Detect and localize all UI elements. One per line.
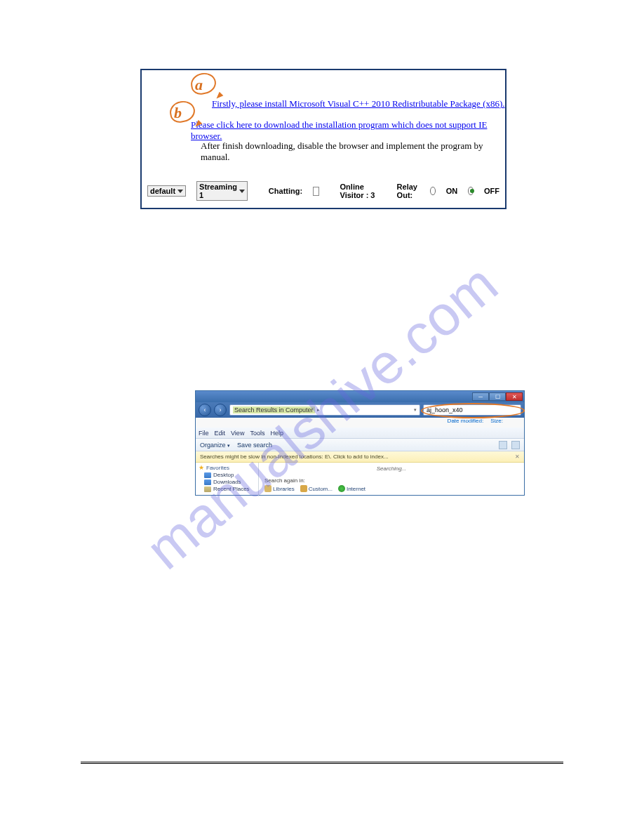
nav-back-button[interactable]: ‹ bbox=[199, 404, 211, 416]
chevron-right-icon: ▸ bbox=[317, 407, 320, 413]
radio-off[interactable] bbox=[468, 187, 474, 195]
window-titlebar: ─ ☐ ✕ bbox=[196, 391, 524, 402]
menu-edit[interactable]: Edit bbox=[215, 430, 226, 437]
menu-bar: File Edit View Tools Help bbox=[196, 428, 524, 439]
view-icon[interactable] bbox=[499, 441, 507, 449]
chevron-down-icon: ▾ bbox=[227, 443, 230, 448]
filter-size[interactable]: Size: bbox=[490, 418, 503, 428]
relay-out-label: Relay Out: bbox=[397, 183, 420, 199]
annotation-b-letter: b bbox=[174, 104, 182, 122]
search-filter-row: Date modified: Size: bbox=[196, 418, 524, 428]
info-text: Searches might be slow in non-indexed lo… bbox=[200, 454, 389, 460]
controls-row: default Streaming 1 Chatting: Online Vis… bbox=[147, 181, 499, 201]
maximize-button[interactable]: ☐ bbox=[489, 392, 506, 401]
info-bar: Searches might be slow in non-indexed lo… bbox=[196, 451, 524, 463]
page-footer-rule bbox=[81, 762, 563, 764]
sidebar-item-recent[interactable]: Recent Places bbox=[199, 486, 255, 492]
search-option-custom[interactable]: Custom... bbox=[300, 485, 333, 492]
radio-on[interactable] bbox=[430, 187, 436, 195]
select-streaming[interactable]: Streaming 1 bbox=[196, 181, 248, 201]
online-visitor-label: Online Visitor : 3 bbox=[340, 183, 376, 199]
address-bar[interactable]: Search Results in Computer ▸ ▾ bbox=[229, 404, 420, 416]
on-label: ON bbox=[446, 187, 458, 195]
desktop-label: Desktop bbox=[213, 472, 234, 478]
recent-places-icon bbox=[204, 486, 211, 492]
favorites-header[interactable]: ★ Favorites bbox=[199, 464, 255, 471]
tool-bar: Organize ▾ Save search bbox=[196, 439, 524, 451]
recent-label: Recent Places bbox=[213, 486, 250, 492]
annotation-b: b bbox=[174, 104, 203, 126]
custom-icon bbox=[300, 485, 307, 492]
organize-button[interactable]: Organize ▾ bbox=[200, 442, 230, 449]
downloads-icon bbox=[204, 479, 211, 485]
link-install-vc[interactable]: Firstly, please install Microsoft Visual… bbox=[212, 98, 505, 110]
close-button[interactable]: ✕ bbox=[506, 392, 523, 401]
minimize-button[interactable]: ─ bbox=[472, 392, 489, 401]
search-option-internet[interactable]: Internet bbox=[338, 485, 365, 492]
link-download-program[interactable]: Please click here to download the instal… bbox=[191, 119, 505, 142]
menu-help[interactable]: Help bbox=[270, 430, 283, 437]
results-area: Searching... Search again in: Libraries … bbox=[259, 463, 524, 496]
select-streaming-value: Streaming 1 bbox=[199, 183, 237, 199]
manual-instruction-text: After finish downloading, disable the br… bbox=[201, 140, 505, 163]
off-label: OFF bbox=[484, 187, 499, 195]
sidebar-item-desktop[interactable]: Desktop bbox=[199, 472, 255, 478]
toolbar-left: Organize ▾ Save search bbox=[200, 442, 272, 449]
menu-view[interactable]: View bbox=[231, 430, 244, 437]
address-segment: Search Results in Computer bbox=[233, 406, 315, 413]
chevron-down-icon bbox=[177, 190, 183, 193]
annotation-a-letter: a bbox=[195, 76, 203, 94]
install-panel: a b Firstly, please install Microsoft Vi… bbox=[140, 69, 507, 209]
nav-bar: ‹ › Search Results in Computer ▸ ▾ aj_ho… bbox=[196, 402, 524, 418]
explorer-body: ★ Favorites Desktop Downloads Recent Pla… bbox=[196, 463, 524, 496]
select-default-value: default bbox=[150, 187, 175, 195]
annotation-a: a bbox=[195, 76, 224, 98]
sidebar: ★ Favorites Desktop Downloads Recent Pla… bbox=[196, 463, 259, 496]
nav-forward-button[interactable]: › bbox=[214, 404, 227, 416]
explorer-window: ─ ☐ ✕ ‹ › Search Results in Computer ▸ ▾… bbox=[195, 390, 525, 496]
chatting-label: Chatting: bbox=[269, 187, 302, 195]
search-input[interactable]: aj_hoon_x40 bbox=[423, 404, 521, 416]
save-search-button[interactable]: Save search bbox=[237, 442, 272, 449]
chevron-down-icon bbox=[239, 190, 245, 193]
searching-status: Searching... bbox=[264, 465, 518, 472]
search-again-row: Libraries Custom... Internet bbox=[264, 485, 518, 492]
search-option-libraries[interactable]: Libraries bbox=[264, 485, 295, 492]
libraries-icon bbox=[264, 485, 271, 492]
chevron-down-icon: ▾ bbox=[414, 407, 417, 413]
internet-icon bbox=[338, 485, 345, 492]
menu-tools[interactable]: Tools bbox=[250, 430, 264, 437]
sidebar-item-downloads[interactable]: Downloads bbox=[199, 479, 255, 485]
toolbar-right bbox=[499, 441, 520, 449]
select-default[interactable]: default bbox=[147, 185, 186, 197]
downloads-label: Downloads bbox=[213, 479, 241, 485]
star-icon: ★ bbox=[199, 464, 204, 471]
search-again-label: Search again in: bbox=[264, 477, 518, 484]
favorites-label: Favorites bbox=[206, 465, 229, 471]
info-close-button[interactable]: ✕ bbox=[515, 454, 520, 460]
help-icon[interactable] bbox=[511, 441, 520, 449]
desktop-icon bbox=[204, 472, 211, 478]
menu-file[interactable]: File bbox=[199, 430, 209, 437]
filter-date-modified[interactable]: Date modified: bbox=[448, 418, 484, 428]
search-value: aj_hoon_x40 bbox=[427, 406, 463, 413]
window-buttons: ─ ☐ ✕ bbox=[472, 392, 523, 401]
chatting-checkbox[interactable] bbox=[313, 187, 318, 196]
